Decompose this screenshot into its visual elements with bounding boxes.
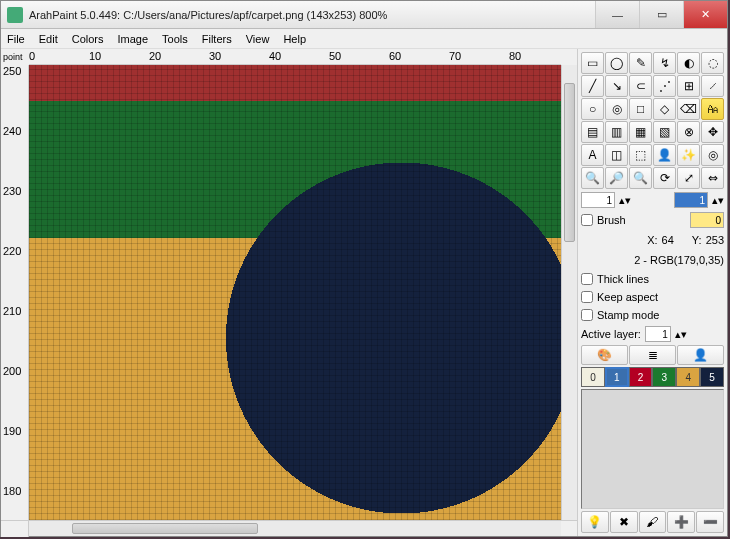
tool-grid: ▭◯✎↯◐◌╱↘⊂⋰⊞⟋○◎□◇⌫🗛▤▥▦▧⊗✥A◫⬚👤✨◎🔍🔎🔍⟳⤢⇔ <box>581 52 724 189</box>
tool-button-10[interactable]: ⊞ <box>677 75 700 97</box>
menu-help[interactable]: Help <box>283 33 306 45</box>
scrollbar-thumb-h[interactable] <box>72 523 258 534</box>
tool-button-9[interactable]: ⋰ <box>653 75 676 97</box>
palette-swatch-2[interactable]: 2 <box>629 367 653 387</box>
menu-tools[interactable]: Tools <box>162 33 188 45</box>
cursor-x: 64 <box>662 234 674 246</box>
tool-button-17[interactable]: 🗛 <box>701 98 724 120</box>
close-button[interactable]: ✕ <box>683 1 727 28</box>
cursor-y: 253 <box>706 234 724 246</box>
brush-label: Brush <box>597 214 626 226</box>
tool-button-20[interactable]: ▦ <box>629 121 652 143</box>
tool-button-16[interactable]: ⌫ <box>677 98 700 120</box>
minimize-button[interactable]: — <box>595 1 639 28</box>
menu-bar: FileEditColorsImageToolsFiltersViewHelp <box>1 29 727 49</box>
tool-button-19[interactable]: ▥ <box>605 121 628 143</box>
bottom-button-3[interactable]: ➕ <box>667 511 695 533</box>
size-input-right[interactable] <box>674 192 708 208</box>
keep-aspect-checkbox[interactable] <box>581 291 593 303</box>
title-bar: ArahPaint 5.0.449: C:/Users/ana/Pictures… <box>1 1 727 29</box>
tool-button-28[interactable]: ✨ <box>677 144 700 166</box>
brush-checkbox[interactable] <box>581 214 593 226</box>
bottom-button-0[interactable]: 💡 <box>581 511 609 533</box>
tool-button-24[interactable]: A <box>581 144 604 166</box>
tool-button-31[interactable]: 🔎 <box>605 167 628 189</box>
palette-swatch-4[interactable]: 4 <box>676 367 700 387</box>
maximize-button[interactable]: ▭ <box>639 1 683 28</box>
ruler-horizontal: 0102030405060708090 <box>29 49 561 65</box>
tool-button-34[interactable]: ⤢ <box>677 167 700 189</box>
tool-button-11[interactable]: ⟋ <box>701 75 724 97</box>
brush-value[interactable] <box>690 212 724 228</box>
tool-button-27[interactable]: 👤 <box>653 144 676 166</box>
preview-area <box>581 389 724 509</box>
color-palette: 012345 <box>581 367 724 387</box>
bottom-button-1[interactable]: ✖ <box>610 511 638 533</box>
tool-button-33[interactable]: ⟳ <box>653 167 676 189</box>
pixel-grid <box>29 65 561 520</box>
spinner-icon[interactable]: ▴▾ <box>712 194 724 207</box>
tool-button-12[interactable]: ○ <box>581 98 604 120</box>
tool-button-13[interactable]: ◎ <box>605 98 628 120</box>
color-info: 2 - RGB(179,0,35) <box>634 254 724 266</box>
scrollbar-thumb-v[interactable] <box>564 83 575 242</box>
active-layer-label: Active layer: <box>581 328 641 340</box>
spinner-icon[interactable]: ▴▾ <box>619 194 631 207</box>
ruler-vertical: 250240230220210200190180 <box>1 65 29 520</box>
tool-button-22[interactable]: ⊗ <box>677 121 700 143</box>
active-layer-input[interactable] <box>645 326 671 342</box>
menu-colors[interactable]: Colors <box>72 33 104 45</box>
tool-button-29[interactable]: ◎ <box>701 144 724 166</box>
scrollbar-vertical[interactable] <box>561 65 577 520</box>
tool-button-3[interactable]: ↯ <box>653 52 676 74</box>
palette-tab-user[interactable]: 👤 <box>677 345 724 365</box>
tool-button-15[interactable]: ◇ <box>653 98 676 120</box>
palette-swatch-5[interactable]: 5 <box>700 367 724 387</box>
bottom-button-2[interactable]: 🖌 <box>639 511 667 533</box>
palette-swatch-1[interactable]: 1 <box>605 367 629 387</box>
tool-button-2[interactable]: ✎ <box>629 52 652 74</box>
window-title: ArahPaint 5.0.449: C:/Users/ana/Pictures… <box>29 9 595 21</box>
palette-tab-layers[interactable]: ≣ <box>629 345 676 365</box>
stamp-mode-label: Stamp mode <box>597 309 659 321</box>
cursor-x-label: X: <box>647 234 657 246</box>
spinner-icon[interactable]: ▴▾ <box>675 328 687 341</box>
app-icon <box>7 7 23 23</box>
tool-button-32[interactable]: 🔍 <box>629 167 652 189</box>
tool-button-23[interactable]: ✥ <box>701 121 724 143</box>
tool-button-1[interactable]: ◯ <box>605 52 628 74</box>
tool-button-0[interactable]: ▭ <box>581 52 604 74</box>
tool-button-6[interactable]: ╱ <box>581 75 604 97</box>
thick-lines-checkbox[interactable] <box>581 273 593 285</box>
thick-lines-label: Thick lines <box>597 273 649 285</box>
bottom-button-4[interactable]: ➖ <box>696 511 724 533</box>
stamp-mode-checkbox[interactable] <box>581 309 593 321</box>
tool-button-30[interactable]: 🔍 <box>581 167 604 189</box>
tool-button-5[interactable]: ◌ <box>701 52 724 74</box>
app-window: ArahPaint 5.0.449: C:/Users/ana/Pictures… <box>0 0 728 537</box>
menu-filters[interactable]: Filters <box>202 33 232 45</box>
tool-button-26[interactable]: ⬚ <box>629 144 652 166</box>
tool-button-21[interactable]: ▧ <box>653 121 676 143</box>
tool-panel: ▭◯✎↯◐◌╱↘⊂⋰⊞⟋○◎□◇⌫🗛▤▥▦▧⊗✥A◫⬚👤✨◎🔍🔎🔍⟳⤢⇔ ▴▾ … <box>577 49 727 536</box>
palette-tab-colors[interactable]: 🎨 <box>581 345 628 365</box>
tool-button-35[interactable]: ⇔ <box>701 167 724 189</box>
menu-edit[interactable]: Edit <box>39 33 58 45</box>
menu-view[interactable]: View <box>246 33 270 45</box>
palette-swatch-3[interactable]: 3 <box>652 367 676 387</box>
tool-button-18[interactable]: ▤ <box>581 121 604 143</box>
keep-aspect-label: Keep aspect <box>597 291 658 303</box>
tool-button-8[interactable]: ⊂ <box>629 75 652 97</box>
scrollbar-horizontal[interactable] <box>29 521 561 536</box>
tool-button-14[interactable]: □ <box>629 98 652 120</box>
cursor-y-label: Y: <box>692 234 702 246</box>
canvas[interactable] <box>29 65 561 520</box>
ruler-unit-label: point <box>1 49 29 65</box>
menu-file[interactable]: File <box>7 33 25 45</box>
size-input-left[interactable] <box>581 192 615 208</box>
tool-button-7[interactable]: ↘ <box>605 75 628 97</box>
palette-swatch-0[interactable]: 0 <box>581 367 605 387</box>
tool-button-25[interactable]: ◫ <box>605 144 628 166</box>
menu-image[interactable]: Image <box>118 33 149 45</box>
tool-button-4[interactable]: ◐ <box>677 52 700 74</box>
